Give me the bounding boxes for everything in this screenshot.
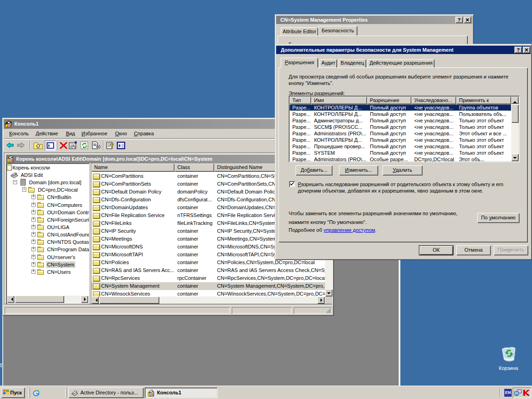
svg-text:?: ?: [110, 142, 114, 149]
